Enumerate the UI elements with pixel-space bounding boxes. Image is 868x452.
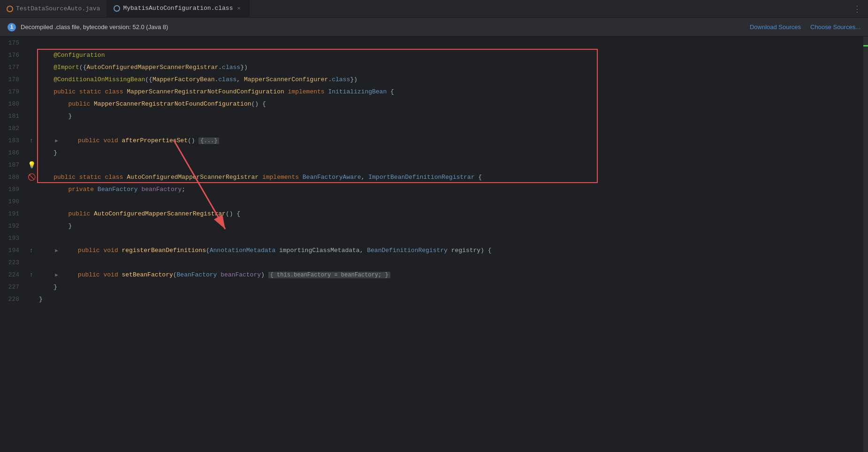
- download-sources-link[interactable]: Download Sources: [750, 23, 801, 31]
- code-line-192: 192 }: [0, 220, 868, 232]
- code-line-175: 175: [0, 37, 868, 49]
- tab-testdatasource[interactable]: TestDataSourceAuto.java: [0, 0, 107, 18]
- tab-label-testdatasource: TestDataSourceAuto.java: [16, 5, 100, 12]
- fold-btn-194[interactable]: ▶: [53, 248, 60, 253]
- code-line-187: 187 💡: [0, 159, 868, 171]
- fold-btn-224[interactable]: ▶: [53, 272, 60, 278]
- code-line-183: 183 ↑ ▶ public void afterPropertiesSet()…: [0, 134, 868, 146]
- scrollbar-marker-green: [863, 45, 868, 46]
- code-line-182: 182: [0, 122, 868, 134]
- code-line-227: 227 }: [0, 281, 868, 293]
- info-text: Decompiled .class file, bytecode version…: [21, 23, 745, 31]
- tab-mybatis[interactable]: MybatisAutoConfiguration.class ✕: [107, 0, 249, 18]
- info-icon: i: [8, 23, 16, 31]
- tab-icon-class: [114, 5, 120, 12]
- code-line-178: 178 @ConditionalOnMissingBean({MapperFac…: [0, 73, 868, 85]
- tab-more-button[interactable]: ⋮: [846, 4, 868, 14]
- code-line-228: 228 }: [0, 293, 868, 305]
- code-line-188: 188 🚫 public static class AutoConfigured…: [0, 171, 868, 183]
- code-line-194: 194 ↑ ▶ public void registerBeanDefiniti…: [0, 244, 868, 256]
- code-line-176: 176 @Configuration: [0, 49, 868, 61]
- code-line-190: 190: [0, 195, 868, 207]
- code-line-224: 224 ↑ ▶ public void setBeanFactory(BeanF…: [0, 268, 868, 281]
- code-line-189: 189 private BeanFactory beanFactory;: [0, 183, 868, 195]
- fold-btn-183[interactable]: ▶: [53, 138, 60, 144]
- scrollbar[interactable]: [863, 37, 868, 452]
- code-line-181: 181 }: [0, 110, 868, 122]
- code-line-179: 179 public static class MapperScannerReg…: [0, 85, 868, 98]
- code-editor: 175 176 @Configuration 177 @Import({Auto…: [0, 37, 868, 452]
- code-line-191: 191 public AutoConfiguredMapperScannerRe…: [0, 207, 868, 220]
- tab-bar: TestDataSourceAuto.java MybatisAutoConfi…: [0, 0, 868, 18]
- tab-icon-java: [7, 6, 13, 12]
- tab-close-mybatis[interactable]: ✕: [236, 4, 242, 12]
- code-line-180: 180 public MapperScannerRegistrarNotFoun…: [0, 98, 868, 110]
- info-bar: i Decompiled .class file, bytecode versi…: [0, 18, 868, 37]
- code-line-177: 177 @Import({AutoConfiguredMapperScanner…: [0, 61, 868, 73]
- code-line-193: 193: [0, 232, 868, 244]
- code-line-186: 186 }: [0, 146, 868, 159]
- choose-sources-link[interactable]: Choose Sources...: [810, 23, 860, 31]
- tab-label-mybatis: MybatisAutoConfiguration.class: [123, 5, 233, 12]
- code-line-223: 223: [0, 256, 868, 268]
- info-actions: Download Sources Choose Sources...: [750, 23, 860, 31]
